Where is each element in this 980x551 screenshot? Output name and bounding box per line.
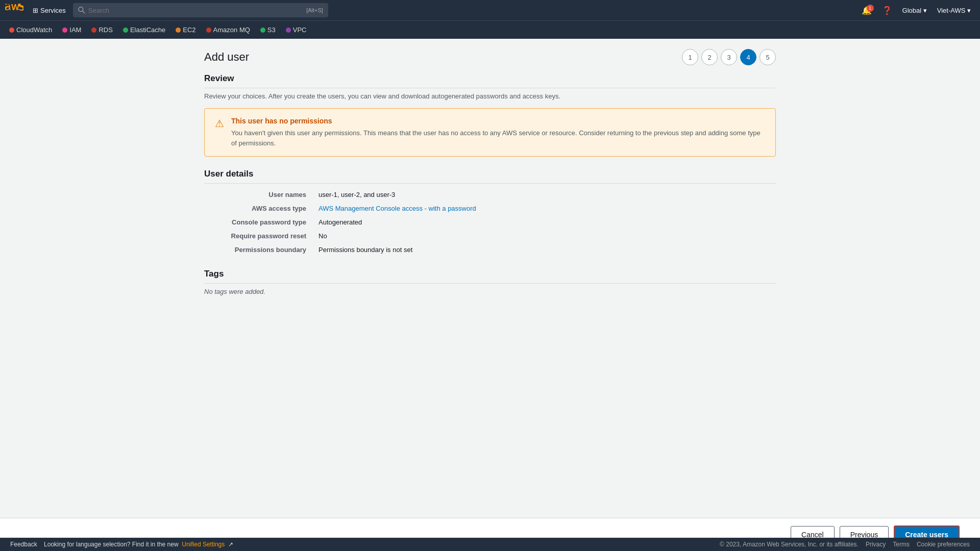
services-menu-button[interactable]: ⊞ Services <box>30 5 69 16</box>
tab-iam[interactable]: IAM <box>58 24 85 36</box>
tab-rds[interactable]: RDS <box>87 24 116 36</box>
table-row: AWS access type AWS Management Console a… <box>204 202 776 215</box>
region-label: Global <box>902 7 922 14</box>
cloudwatch-dot <box>9 28 14 33</box>
iam-dot <box>62 28 67 33</box>
notification-badge: 1 <box>867 5 874 12</box>
account-label: Viet-AWS <box>937 7 966 14</box>
no-tags-message: No tags were added. <box>204 288 776 295</box>
s3-dot <box>260 28 265 33</box>
aws-logo[interactable] <box>5 4 26 17</box>
search-icon <box>78 7 85 14</box>
warning-message: You haven't given this user any permissi… <box>231 128 765 148</box>
warning-box: ⚠ This user has no permissions You haven… <box>204 108 776 157</box>
footer-actions: Cancel Previous Create users <box>0 518 980 522</box>
tab-amazonmq[interactable]: Amazon MQ <box>202 24 254 36</box>
search-shortcut: [Alt+S] <box>306 7 323 13</box>
notifications-button[interactable]: 🔔 1 <box>857 4 876 17</box>
user-details-title: User details <box>204 169 776 184</box>
field-value-access-type: AWS Management Console access - with a p… <box>316 202 776 215</box>
field-label-access-type: AWS access type <box>204 202 316 215</box>
tags-section-title: Tags <box>204 269 776 284</box>
page-header: Add user 1 2 3 4 5 <box>204 49 776 65</box>
tab-cloudwatch[interactable]: CloudWatch <box>5 24 56 36</box>
field-value-permissions-boundary: Permissions boundary is not set <box>316 243 776 257</box>
review-section-title: Review <box>204 73 776 88</box>
field-label-permissions-boundary: Permissions boundary <box>204 243 316 257</box>
step-2[interactable]: 2 <box>701 49 718 65</box>
help-button[interactable]: ❓ <box>878 4 896 17</box>
service-tabs: CloudWatch IAM RDS ElastiCache EC2 Amazo… <box>0 20 980 39</box>
tab-elasticache[interactable]: ElastiCache <box>119 24 169 36</box>
field-value-console-password: Autogenerated <box>316 215 776 229</box>
page-title: Add user <box>204 51 249 64</box>
rds-dot <box>91 28 96 33</box>
review-description: Review your choices. After you create th… <box>204 92 776 100</box>
region-button[interactable]: Global ▾ <box>898 5 931 16</box>
field-value-password-reset: No <box>316 229 776 243</box>
account-button[interactable]: Viet-AWS ▾ <box>933 5 975 16</box>
warning-text: This user has no permissions You haven't… <box>231 117 765 148</box>
warning-title: This user has no permissions <box>231 117 765 125</box>
step-3[interactable]: 3 <box>721 49 737 65</box>
svg-point-0 <box>79 7 83 12</box>
search-bar[interactable]: [Alt+S] <box>73 3 328 17</box>
tab-s3[interactable]: S3 <box>256 24 280 36</box>
review-section: Review Review your choices. After you cr… <box>204 73 776 157</box>
search-input[interactable] <box>88 7 306 14</box>
vpc-dot <box>286 28 291 33</box>
elasticache-dot <box>123 28 128 33</box>
svg-line-1 <box>83 11 85 13</box>
ec2-dot <box>176 28 181 33</box>
step-5[interactable]: 5 <box>760 49 776 65</box>
table-row: Require password reset No <box>204 229 776 243</box>
step-4[interactable]: 4 <box>740 49 756 65</box>
top-navigation: ⊞ Services [Alt+S] 🔔 1 ❓ Global ▾ Viet-A… <box>0 0 980 20</box>
page-footer: Cancel Previous Create users <box>0 518 980 522</box>
user-details-table: User names user-1, user-2, and user-3 AW… <box>204 188 776 257</box>
user-details-section: User details User names user-1, user-2, … <box>204 169 776 257</box>
tab-ec2[interactable]: EC2 <box>172 24 200 36</box>
nav-right: 🔔 1 ❓ Global ▾ Viet-AWS ▾ <box>857 4 975 17</box>
step-indicators: 1 2 3 4 5 <box>682 49 776 65</box>
access-type-link[interactable]: AWS Management Console access - with a p… <box>318 205 476 212</box>
table-row: Console password type Autogenerated <box>204 215 776 229</box>
warning-icon: ⚠ <box>215 117 224 130</box>
field-label-console-password: Console password type <box>204 215 316 229</box>
field-label-user-names: User names <box>204 188 316 202</box>
table-row: User names user-1, user-2, and user-3 <box>204 188 776 202</box>
services-label: Services <box>40 7 66 14</box>
content-wrapper: Add user 1 2 3 4 5 Review Review your ch… <box>0 39 980 522</box>
amazonmq-dot <box>206 28 211 33</box>
field-value-user-names: user-1, user-2, and user-3 <box>316 188 776 202</box>
field-label-password-reset: Require password reset <box>204 229 316 243</box>
step-1[interactable]: 1 <box>682 49 698 65</box>
grid-icon: ⊞ <box>33 7 38 14</box>
main-content: Add user 1 2 3 4 5 Review Review your ch… <box>184 39 796 348</box>
table-row: Permissions boundary Permissions boundar… <box>204 243 776 257</box>
tags-section: Tags No tags were added. <box>204 269 776 295</box>
tab-vpc[interactable]: VPC <box>282 24 311 36</box>
